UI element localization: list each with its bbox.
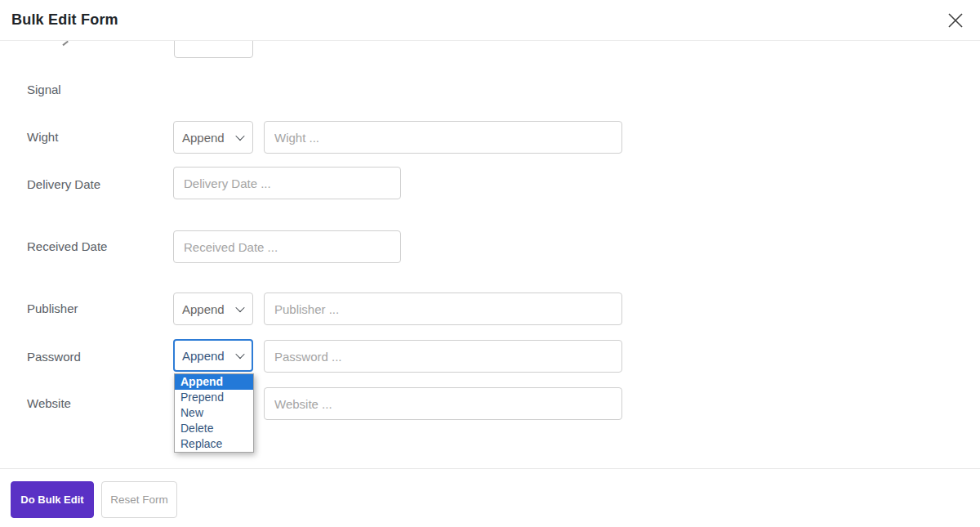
dropdown-option-delete[interactable]: Delete	[175, 421, 253, 436]
field-label-signal: Signal	[27, 83, 61, 97]
password-input[interactable]	[264, 340, 622, 373]
delivery-date-input[interactable]	[173, 167, 401, 199]
mode-select-publisher[interactable]: Append	[173, 293, 253, 325]
received-date-input[interactable]	[173, 230, 401, 263]
mode-select-publisher-value: Append	[182, 302, 225, 316]
clipped-label-fragment	[62, 41, 68, 46]
modal-footer: Do Bulk Edit Reset Form	[0, 468, 980, 527]
field-label-received-date: Received Date	[27, 239, 107, 254]
mode-select-wight[interactable]: Append	[173, 121, 253, 154]
chevron-down-icon	[235, 303, 244, 312]
dropdown-option-prepend[interactable]: Prepend	[175, 390, 253, 405]
form-body: Signal Wight Append Delivery Date Receiv…	[0, 41, 980, 468]
field-label-wight: Wight	[27, 130, 58, 145]
dropdown-option-new[interactable]: New	[175, 405, 253, 421]
dropdown-option-append[interactable]: Append	[175, 374, 253, 390]
field-label-delivery-date: Delivery Date	[27, 177, 100, 192]
mode-select-password-value: Append	[182, 349, 225, 363]
publisher-input[interactable]	[264, 293, 622, 325]
chevron-down-icon	[235, 350, 244, 359]
wight-input[interactable]	[264, 121, 622, 154]
mode-select-dropdown: Append Prepend New Delete Replace	[174, 373, 254, 453]
close-icon	[942, 7, 969, 33]
mode-select-password[interactable]: Append	[173, 339, 253, 372]
clipped-input[interactable]	[174, 41, 253, 58]
field-label-password: Password	[27, 350, 81, 364]
field-label-publisher: Publisher	[27, 301, 78, 316]
modal-header: Bulk Edit Form	[0, 0, 980, 41]
website-input[interactable]	[264, 387, 622, 420]
modal-title: Bulk Edit Form	[11, 11, 118, 29]
reset-form-button[interactable]: Reset Form	[101, 481, 177, 518]
dropdown-option-replace[interactable]: Replace	[175, 436, 253, 452]
mode-select-wight-value: Append	[182, 131, 225, 145]
close-button[interactable]	[942, 7, 969, 33]
do-bulk-edit-button[interactable]: Do Bulk Edit	[11, 481, 94, 518]
field-label-website: Website	[27, 396, 71, 411]
chevron-down-icon	[235, 132, 244, 141]
